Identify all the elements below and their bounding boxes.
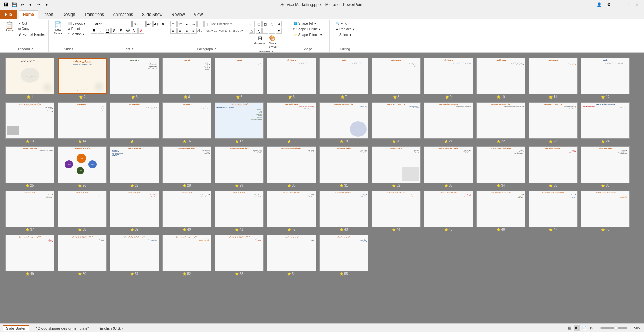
slide-item[interactable]: ۵- همدلی EMPATHY توجه فردیدرک نیازها ⭐ 3…	[371, 146, 421, 188]
columns[interactable]: ⫿	[204, 21, 210, 27]
slide-item[interactable]: انتظارات مشتریان (سازمان‌های خدماتی) • ک…	[528, 190, 578, 232]
slide-item[interactable]: ارزش خدمت • مشخصه‌های خدمت• کیفیت خدمات•…	[109, 57, 160, 100]
slide-item[interactable]: خلاصه خلاصه مطالب فصل اول بازاریابی خدما…	[319, 57, 369, 100]
slide-item[interactable]: مدل PROMPT برای مزیت خدمت TECHNOLOGY FOC…	[580, 102, 630, 144]
zoom-in-button[interactable]: +	[629, 326, 631, 330]
slide-item[interactable]: برنامه اقدام (ارتباط با مشتریان) • CRM• …	[266, 190, 317, 232]
char-spacing[interactable]: AV	[125, 28, 131, 34]
slide-item[interactable]: برنامه اقدام در بازاریابی خدمات • ۱-کمال…	[528, 146, 578, 188]
tab-view[interactable]: View	[189, 10, 207, 19]
slide-item[interactable]: ۱- فیزیوتراپی بودن • بیانگر• تشریح• مثال…	[57, 102, 107, 144]
tab-design[interactable]: Design	[58, 10, 79, 19]
numbering-button[interactable]: 1≡	[177, 21, 183, 27]
tab-review[interactable]: Review	[167, 10, 189, 19]
decrease-indent[interactable]: ⇤	[184, 21, 190, 27]
slide-sorter-icon[interactable]: ⊞	[574, 325, 580, 331]
slide-item[interactable]: مدل PROMPT برای مزیت خدمت ORGANIZING FOR…	[423, 102, 474, 144]
slide-item[interactable]: انتظارات مشتریان (سازمان‌های خدماتی) • ا…	[57, 234, 107, 276]
slide-item[interactable]: ویژگی‌های منجر به فرد‌خدمات • ناملموس بو…	[5, 102, 55, 144]
slide-item[interactable]: ۲- تفکیک‌ناپذیری بودن تولید و مصرف همزما…	[109, 102, 160, 144]
slide-item[interactable]: تعریف بازاریابی تعریف و مفاهیم اساسی باز…	[266, 57, 317, 100]
slide-item[interactable]: مدل PROMPT برای مزیت خدمت MEASURING CUST…	[476, 102, 526, 144]
align-right[interactable]: ≡	[184, 28, 190, 34]
arrow-shape[interactable]: →	[262, 28, 268, 34]
italic-button[interactable]: I	[98, 28, 104, 34]
increase-indent[interactable]: ⇥	[191, 21, 197, 27]
cut-button[interactable]: ✂ Cut	[17, 21, 46, 26]
tab-home[interactable]: Home	[19, 10, 38, 19]
slide-item[interactable]: تعریف بازاریابی بازاریابی هنر شناسایی نی…	[423, 57, 474, 100]
slide-item[interactable]: فرآیند یک سازمان خدماتی نوآ مشتری خدمت ن…	[57, 146, 107, 188]
rounded-rect[interactable]: ▢	[256, 21, 262, 27]
restore-button[interactable]: ❐	[623, 2, 632, 8]
slide-item[interactable]: خلاصه امام علی (ع): رهبری و مدیریت اسلام…	[580, 57, 630, 100]
font-size-decrease[interactable]: A↓	[153, 21, 159, 27]
slide-item[interactable]: بازاریابی خدمات SERVICES MARKETING نام ا…	[57, 57, 107, 100]
reading-view-icon[interactable]: 📄	[581, 325, 587, 331]
slide-item[interactable]: برنامه اقدام (ارتباط با مشتریان) • استرا…	[319, 190, 369, 232]
slide-item[interactable]: راهنمای فروش خدمات • اهداف فروش• استراتژ…	[580, 146, 630, 188]
slide-item[interactable]: انتظارات مشتریان (سازمان‌های خدماتی) • ش…	[214, 234, 264, 276]
section-button[interactable]: ≡ Section ▾	[66, 32, 87, 37]
slide-item[interactable]: عوامل طراحی خدماتی برای: • سرعت• کیفیت• …	[266, 234, 317, 276]
reset-button[interactable]: ↺ Reset	[66, 26, 87, 31]
arrange-button[interactable]: ⊞ Arrange	[253, 34, 266, 46]
rect-shape[interactable]: ▭	[249, 21, 255, 27]
settings-icon[interactable]: ⚙	[604, 2, 613, 8]
slide-item[interactable]: برنامه اقدام (ارتباط با مشتریان) • انداز…	[423, 190, 474, 232]
zoom-out-button[interactable]: −	[597, 326, 599, 330]
zoom-level[interactable]: 50%	[634, 326, 641, 330]
curve-shape[interactable]: ⌒	[269, 28, 275, 34]
font-name-input[interactable]	[91, 21, 132, 27]
align-center[interactable]: ≡	[177, 28, 183, 34]
slideshow-icon[interactable]: ▷	[589, 325, 595, 331]
slide-item[interactable]: فهرست • فصل اول• فصل دوم• فصل سوم• فصل چ…	[162, 57, 212, 100]
slide-item[interactable]: انتظارات مشتریان (سازمان‌های خدماتی) • م…	[109, 234, 160, 276]
slide-item[interactable]: راهنمای فروش خدمات • خدمات پس از فروش• پ…	[162, 190, 212, 232]
tab-animations[interactable]: Animations	[109, 10, 137, 19]
shape3[interactable]: ◻	[262, 21, 268, 27]
slide-item[interactable]: تعریف بازاریابی • محمد حسین احمدی• مدیری…	[371, 57, 421, 100]
slide-item[interactable]: ۱- عوامل ملموس TANGIBLES امکانات فیزیکیت…	[162, 146, 212, 188]
slide-item[interactable]: معیارهای ارزیابی «خدمت» و «تجربه» ۱-کمال…	[476, 146, 526, 188]
replace-button[interactable]: ⇄ Replace ▾	[334, 27, 355, 32]
slide-item[interactable]: ۳- تغییرپذیری بودن کیفیت ناپایداروابستگی…	[162, 102, 212, 144]
slide-sorter[interactable]: بسم الله الرحمن الرحیم arabicscript کلیگ…	[0, 53, 644, 323]
account-icon[interactable]: 👤	[595, 2, 603, 8]
undo-dropdown[interactable]: ▾	[27, 1, 34, 8]
slide-item[interactable]: شیوه‌های بازاریابی خدمات PRIORITIZE YOUR…	[266, 102, 317, 144]
redo-button[interactable]: ↪	[35, 1, 42, 8]
font-size-input[interactable]	[132, 21, 146, 27]
slide-item[interactable]: برنامه اقدام (ارتباط با مشتریان) • خدمات…	[371, 190, 421, 232]
slide-item[interactable]: انتظارات مشتریان (سازمان‌های خدماتی) • م…	[5, 234, 55, 276]
change-case[interactable]: Aa	[132, 28, 138, 34]
tab-slideshow[interactable]: Slide Show	[138, 10, 167, 19]
slide-item[interactable]: ۴- اطمینان ASSURANCE دانش و ادبتوانایی ا…	[319, 146, 369, 188]
template-tab[interactable]: "Cloud skipper design template"	[33, 325, 92, 331]
shape5[interactable]: ⊿	[276, 21, 282, 27]
undo-button[interactable]: ↩	[19, 1, 26, 8]
more-shapes[interactable]: ▾	[276, 28, 282, 34]
slide-item[interactable]: راهنمای فروش خدمات • مرحله اول• مرحله دو…	[5, 190, 55, 232]
language-tab[interactable]: English (U.S.)	[96, 325, 126, 331]
slide-item[interactable]: معیارهای ارزیابی «خدمت» و «تجربه» • معیا…	[423, 146, 474, 188]
slide-item[interactable]: انتظارات مشتریان (سازمان‌های خدماتی) • ا…	[476, 190, 526, 232]
align-justify[interactable]: ≡	[191, 28, 197, 34]
select-button[interactable]: ⊹ Select ▾	[334, 32, 352, 37]
slide-item[interactable]: راهنمای فروش خدمات • برنامه فروش• زمانبن…	[57, 190, 107, 232]
slide-item[interactable]: آمیخته بازاریابی خدمات SERVICE MARKETING…	[214, 102, 264, 144]
align-left[interactable]: ≡	[170, 28, 177, 34]
slide-item[interactable]: انتظارات مشتریان (سازمان‌های خدماتی) • د…	[580, 190, 630, 232]
bullets-button[interactable]: ≡	[170, 21, 177, 27]
tab-file[interactable]: File	[0, 10, 17, 19]
tab-insert[interactable]: Insert	[39, 10, 58, 19]
slide-item[interactable]: بسم الله الرحمن الرحیم arabicscript کلیگ…	[5, 57, 55, 100]
slide-item[interactable]: انتظارات مشتریان (سازمان‌های خدماتی) • ا…	[162, 234, 212, 276]
slide-sorter-tab[interactable]: Slide Sorter	[3, 325, 29, 331]
line-shape[interactable]: ╲	[256, 28, 262, 34]
slide-item[interactable]: مدل PROMPT برای مزیت خدمت PERSONNEL TRAI…	[528, 102, 578, 144]
bold-button[interactable]: B	[91, 28, 97, 34]
minimize-button[interactable]: —	[614, 2, 622, 8]
find-button[interactable]: 🔍 Find	[334, 21, 348, 26]
customize-qat[interactable]: ▾	[43, 1, 50, 8]
